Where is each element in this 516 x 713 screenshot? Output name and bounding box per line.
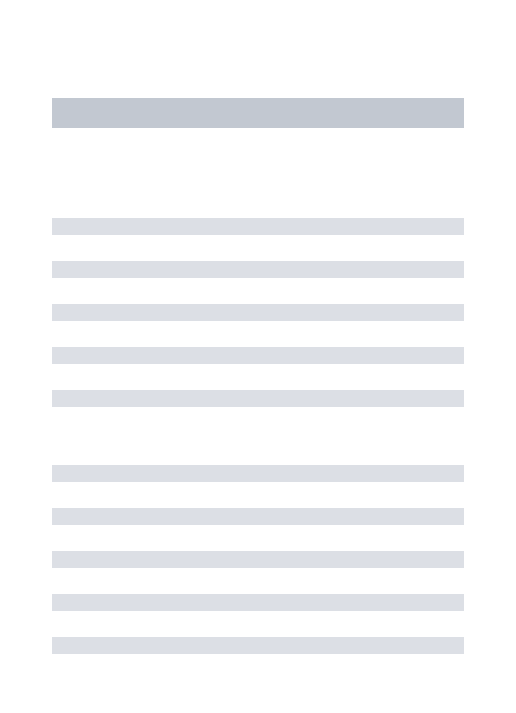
skeleton-line [52, 218, 464, 235]
skeleton-title-bar [52, 98, 464, 128]
skeleton-line [52, 261, 464, 278]
skeleton-line [52, 508, 464, 525]
skeleton-line [52, 594, 464, 611]
skeleton-line [52, 465, 464, 482]
skeleton-line [52, 390, 464, 407]
skeleton-line [52, 551, 464, 568]
skeleton-line [52, 304, 464, 321]
skeleton-line [52, 637, 464, 654]
skeleton-line [52, 347, 464, 364]
